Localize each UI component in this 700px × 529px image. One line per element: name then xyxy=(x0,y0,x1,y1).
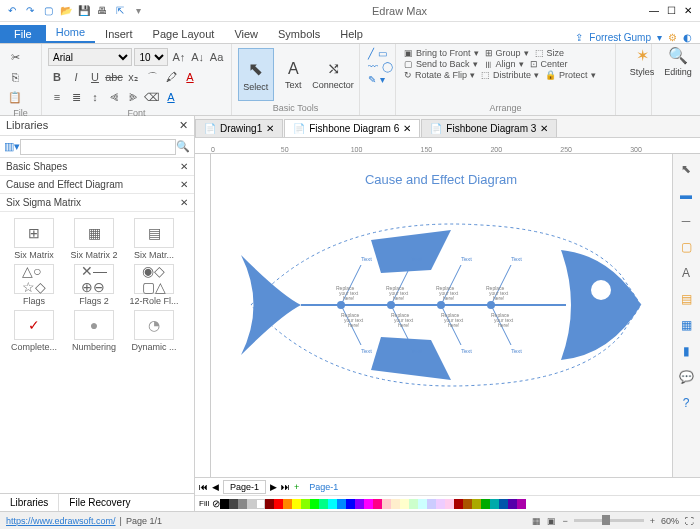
color-swatch[interactable] xyxy=(346,499,355,509)
curve-tool-icon[interactable]: 〰 xyxy=(368,61,378,72)
tab-home[interactable]: Home xyxy=(46,23,95,43)
rt-cursor-icon[interactable]: ⬉ xyxy=(675,158,697,180)
fullscreen-icon[interactable]: ⛶ xyxy=(685,516,694,526)
color-swatch[interactable] xyxy=(481,499,490,509)
page-tab-1[interactable]: Page-1 xyxy=(223,480,266,494)
qat-open-icon[interactable]: 📂 xyxy=(58,3,74,19)
color-swatch[interactable] xyxy=(391,499,400,509)
tab-insert[interactable]: Insert xyxy=(95,25,143,43)
align-center-icon[interactable]: ⫸ xyxy=(124,88,142,106)
align-left-icon[interactable]: ⫷ xyxy=(105,88,123,106)
color-swatch[interactable] xyxy=(436,499,445,509)
spacing-icon[interactable]: ↕ xyxy=(86,88,104,106)
rt-page-icon[interactable]: ▤ xyxy=(675,288,697,310)
close-icon[interactable]: ✕ xyxy=(684,5,692,16)
add-page-icon[interactable]: + xyxy=(294,482,299,492)
color-swatch[interactable] xyxy=(256,499,265,509)
color-swatch[interactable] xyxy=(454,499,463,509)
qat-print-icon[interactable]: 🖶 xyxy=(94,3,110,19)
zoom-in-icon[interactable]: + xyxy=(650,516,655,526)
search-icon[interactable]: 🔍 xyxy=(176,140,190,153)
help-about-icon[interactable]: ◐ xyxy=(683,32,692,43)
cat-cause-effect[interactable]: Cause and Effect Diagram✕ xyxy=(0,176,194,194)
library-menu-icon[interactable]: ▥▾ xyxy=(4,140,20,153)
rt-layer-icon[interactable]: ▦ xyxy=(675,314,697,336)
color-swatch[interactable] xyxy=(355,499,364,509)
color-swatch[interactable] xyxy=(328,499,337,509)
text-tool[interactable]: AText xyxy=(276,48,311,101)
color-swatch[interactable] xyxy=(409,499,418,509)
qat-more-icon[interactable]: ▾ xyxy=(130,3,146,19)
cat-basic-shapes[interactable]: Basic Shapes✕ xyxy=(0,158,194,176)
ellipse-tool-icon[interactable]: ◯ xyxy=(382,61,393,72)
color-swatch[interactable] xyxy=(472,499,481,509)
rt-line-icon[interactable]: ─ xyxy=(675,210,697,232)
rotate-flip[interactable]: ↻ Rotate & Flip ▾ xyxy=(404,70,475,80)
size-btn[interactable]: ⬚ Size xyxy=(535,48,565,58)
shape-six-matrix[interactable]: ⊞Six Matrix xyxy=(6,218,62,260)
search-input[interactable] xyxy=(20,139,176,155)
color-swatch[interactable] xyxy=(283,499,292,509)
align-btn[interactable]: ⫼ Align ▾ xyxy=(484,59,524,69)
zoom-slider[interactable] xyxy=(574,519,644,522)
color-swatch[interactable] xyxy=(229,499,238,509)
minimize-icon[interactable]: — xyxy=(649,5,659,16)
font-family-select[interactable]: Arial xyxy=(48,48,132,66)
rt-text-icon[interactable]: A xyxy=(675,262,697,284)
color-swatch[interactable] xyxy=(508,499,517,509)
doc-tab-drawing1[interactable]: 📄 Drawing1 ✕ xyxy=(195,119,283,137)
tab-symbols[interactable]: Symbols xyxy=(268,25,330,43)
pencil-tool-icon[interactable]: ✎ xyxy=(368,74,376,85)
shape-six-matrix-3[interactable]: ▤Six Matr... xyxy=(126,218,182,260)
color-swatch[interactable] xyxy=(220,499,229,509)
shape-flags[interactable]: △○☆◇Flags xyxy=(6,264,62,306)
tab-help[interactable]: Help xyxy=(330,25,373,43)
color-swatch[interactable] xyxy=(238,499,247,509)
canvas[interactable]: Cause and Effect Diagram xyxy=(211,154,672,477)
center-btn[interactable]: ⊡ Center xyxy=(530,59,568,69)
settings-icon[interactable]: ⚙ xyxy=(668,32,677,43)
color-swatch[interactable] xyxy=(310,499,319,509)
view-fit-icon[interactable]: ▣ xyxy=(547,516,556,526)
page-nav-last-icon[interactable]: ⏭ xyxy=(281,482,290,492)
color-swatch[interactable] xyxy=(499,499,508,509)
text-color-icon[interactable]: A xyxy=(162,88,180,106)
color-swatch[interactable] xyxy=(373,499,382,509)
share-icon[interactable]: ⇪ xyxy=(575,32,583,43)
tab-view[interactable]: View xyxy=(224,25,268,43)
bold-icon[interactable]: B xyxy=(48,68,66,86)
doc-tab-fishbone3[interactable]: 📄 Fishbone Diagram 3 ✕ xyxy=(421,119,557,137)
highlight-icon[interactable]: 🖍 xyxy=(162,68,180,86)
page-nav-next-icon[interactable]: ▶ xyxy=(270,482,277,492)
doc-tab-fishbone6[interactable]: 📄 Fishbone Diagram 6 ✕ xyxy=(284,119,420,137)
decrease-font-icon[interactable]: A↓ xyxy=(189,48,206,66)
footer-tab-libraries[interactable]: Libraries xyxy=(0,494,58,511)
page-nav-first-icon[interactable]: ⏮ xyxy=(199,482,208,492)
color-swatch[interactable] xyxy=(319,499,328,509)
color-swatch[interactable] xyxy=(400,499,409,509)
shape-six-matrix-2[interactable]: ▦Six Matrix 2 xyxy=(66,218,122,260)
page-nav-prev-icon[interactable]: ◀ xyxy=(212,482,219,492)
page-tab-1b[interactable]: Page-1 xyxy=(303,481,344,493)
shape-flags-2[interactable]: ✕—⊕⊖Flags 2 xyxy=(66,264,122,306)
tab-page-layout[interactable]: Page Layout xyxy=(143,25,225,43)
color-swatch[interactable] xyxy=(517,499,526,509)
qat-new-icon[interactable]: ▢ xyxy=(40,3,56,19)
qat-undo-icon[interactable]: ↶ xyxy=(4,3,20,19)
subscript-icon[interactable]: x₂ xyxy=(124,68,142,86)
color-swatch[interactable] xyxy=(364,499,373,509)
zoom-out-icon[interactable]: − xyxy=(562,516,567,526)
qat-save-icon[interactable]: 💾 xyxy=(76,3,92,19)
color-swatch[interactable] xyxy=(292,499,301,509)
font-color-icon[interactable]: A xyxy=(181,68,199,86)
color-swatch[interactable] xyxy=(337,499,346,509)
fishbone-diagram[interactable]: Cause and Effect Diagram xyxy=(231,164,651,444)
shape-complete[interactable]: ✓Complete... xyxy=(6,310,62,352)
color-swatch[interactable] xyxy=(445,499,454,509)
color-swatch[interactable] xyxy=(301,499,310,509)
tab-file[interactable]: File xyxy=(0,25,46,43)
send-to-back[interactable]: ▢ Send to Back ▾ xyxy=(404,59,478,69)
curve-icon[interactable]: ⌒ xyxy=(143,68,161,86)
color-swatch[interactable] xyxy=(247,499,256,509)
bring-to-front[interactable]: ▣ Bring to Front ▾ xyxy=(404,48,479,58)
